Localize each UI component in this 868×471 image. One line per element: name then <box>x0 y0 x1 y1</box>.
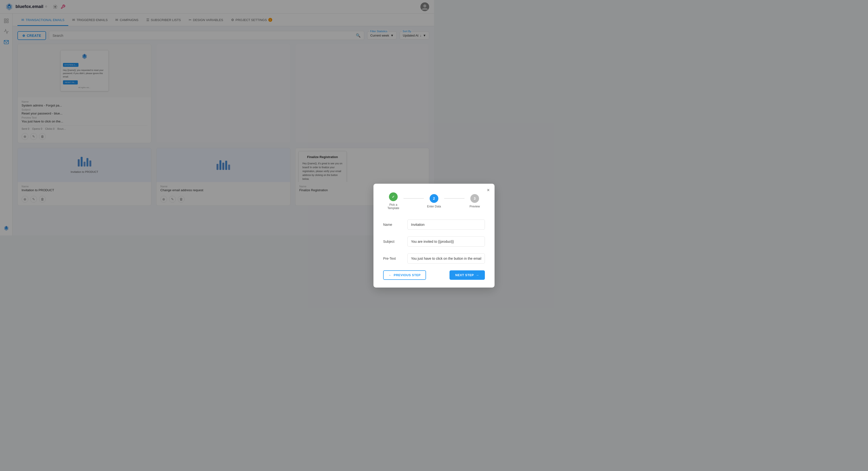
modal-overlay: × ✓ Pick a Template 2 Enter Data 3 Previ… <box>0 0 434 236</box>
step-line-1 <box>403 198 424 199</box>
form-name-row: Name <box>383 220 434 230</box>
step-1-label: Pick a Template <box>383 203 403 210</box>
name-input[interactable] <box>407 220 434 230</box>
stepper: ✓ Pick a Template 2 Enter Data 3 Preview <box>383 193 434 210</box>
step-2-circle: 2 <box>430 194 434 203</box>
step-2-label: Enter Data <box>427 205 434 208</box>
modal: × ✓ Pick a Template 2 Enter Data 3 Previ… <box>373 184 434 236</box>
name-label: Name <box>383 223 403 227</box>
step-1: ✓ Pick a Template <box>383 193 403 210</box>
step-1-circle: ✓ <box>389 193 398 201</box>
step-2: 2 Enter Data <box>424 194 434 208</box>
